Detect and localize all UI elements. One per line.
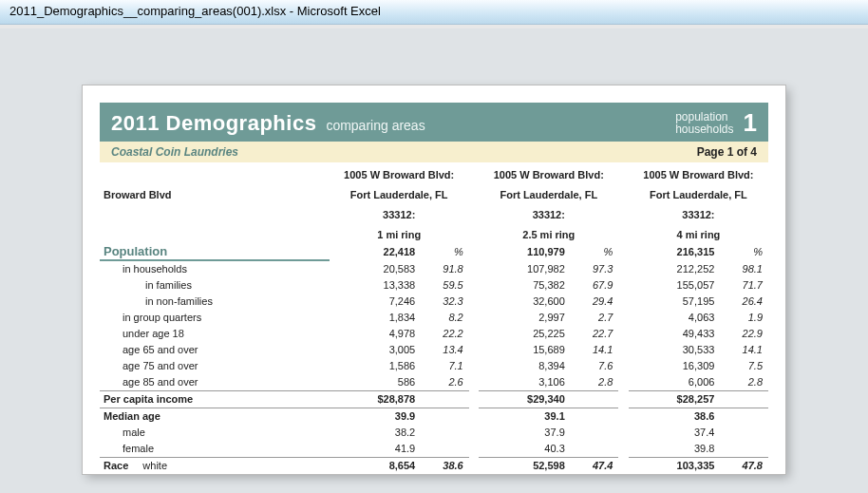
sub-banner: Coastal Coin Laundries Page 1 of 4: [100, 142, 768, 162]
client-name: Coastal Coin Laundries: [111, 145, 238, 159]
table-row: male38.237.937.4: [100, 425, 768, 441]
site-addr-row: 1005 W Broward Blvd: 1005 W Broward Blvd…: [100, 162, 768, 182]
banner-title: 2011 Demographics: [111, 111, 316, 136]
banner-page-num: 1: [744, 108, 757, 138]
report-banner: 2011 Demographics comparing areas popula…: [100, 103, 768, 142]
table-row: age 75 and over1,5867.18,3947.616,3097.5: [100, 358, 768, 374]
table-row: age 85 and over5862.63,1062.86,0062.8: [100, 374, 768, 391]
table-row: in families13,33859.575,38267.9155,05771…: [100, 277, 768, 294]
table-row: age 65 and over3,00513.415,68914.130,533…: [100, 342, 768, 358]
table-row: under age 184,97822.225,22522.749,43322.…: [100, 326, 768, 342]
site-row-label: Broward Blvd: [100, 182, 330, 202]
table-row: in households20,58391.8107,98297.3212,25…: [100, 260, 768, 277]
banner-right-labels: population households: [675, 111, 733, 136]
table-row: female41.940.339.8: [100, 441, 768, 458]
row-race-white: Race white 8,654 38.6 52,598 47.4 103,33…: [100, 458, 768, 475]
section-population: Population 22,418 % 110,979 % 216,315 %: [100, 242, 768, 260]
table-row: in non-families7,24632.332,60029.457,195…: [100, 294, 768, 310]
workspace: 2011 Demographics comparing areas popula…: [0, 28, 868, 493]
window-titlebar: 2011_Demographics__comparing_areas(001).…: [0, 0, 868, 25]
row-per-capita-income: Per capita income $28,878 $29,340 $28,25…: [100, 391, 768, 408]
banner-subtitle: comparing areas: [326, 118, 425, 133]
row-median-age: Median age 39.9 39.1 38.6: [100, 408, 768, 426]
page-indicator: Page 1 of 4: [697, 145, 757, 159]
window-title: 2011_Demographics__comparing_areas(001).…: [9, 4, 381, 18]
demographics-table: 1005 W Broward Blvd: 1005 W Broward Blvd…: [100, 162, 768, 474]
print-page: 2011 Demographics comparing areas popula…: [83, 85, 785, 474]
table-row: in group quarters1,8348.22,9972.74,0631.…: [100, 310, 768, 326]
